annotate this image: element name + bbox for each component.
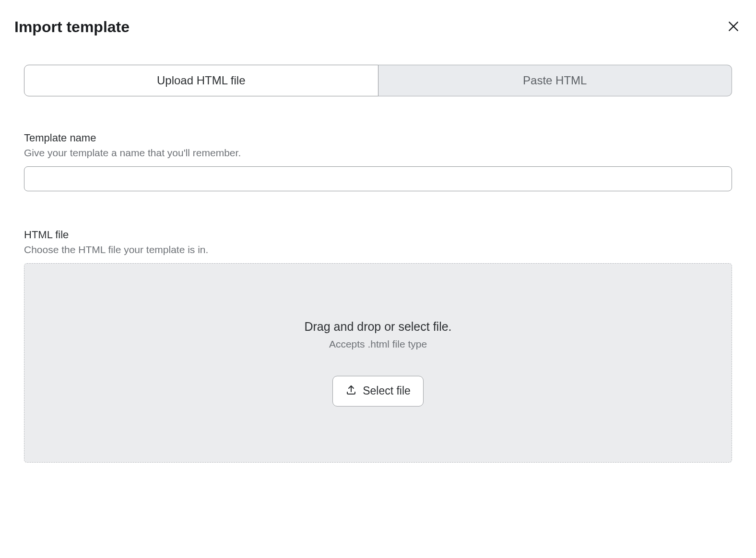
template-name-field: Template name Give your template a name …	[24, 132, 732, 191]
html-file-field: HTML file Choose the HTML file your temp…	[24, 229, 732, 463]
template-name-input[interactable]	[24, 166, 732, 191]
template-name-label: Template name	[24, 132, 732, 144]
close-icon	[727, 20, 740, 34]
tab-label: Paste HTML	[523, 74, 587, 87]
select-file-label: Select file	[363, 384, 411, 397]
close-button[interactable]	[725, 18, 742, 36]
modal-content: Upload HTML file Paste HTML Template nam…	[14, 65, 742, 463]
modal-header: Import template	[14, 18, 742, 36]
html-file-label: HTML file	[24, 229, 732, 241]
tab-paste-html[interactable]: Paste HTML	[378, 65, 732, 96]
import-mode-tabs: Upload HTML file Paste HTML	[24, 65, 732, 96]
html-file-help: Choose the HTML file your template is in…	[24, 244, 732, 256]
tab-label: Upload HTML file	[157, 74, 246, 87]
modal-title: Import template	[14, 18, 130, 36]
upload-icon	[345, 384, 357, 398]
template-name-help: Give your template a name that you'll re…	[24, 147, 732, 159]
select-file-button[interactable]: Select file	[332, 376, 424, 407]
dropzone-primary-text: Drag and drop or select file.	[304, 320, 451, 334]
tab-upload-html-file[interactable]: Upload HTML file	[24, 65, 378, 96]
file-dropzone[interactable]: Drag and drop or select file. Accepts .h…	[24, 263, 732, 463]
dropzone-secondary-text: Accepts .html file type	[329, 338, 427, 350]
